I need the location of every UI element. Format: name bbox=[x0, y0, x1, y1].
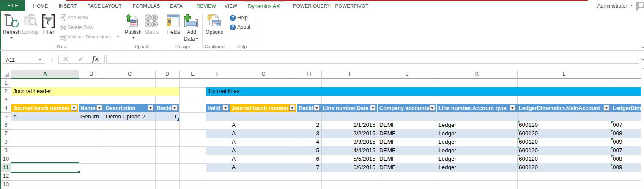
svg-text:?: ? bbox=[231, 15, 234, 20]
svg-text:?: ? bbox=[231, 25, 234, 30]
